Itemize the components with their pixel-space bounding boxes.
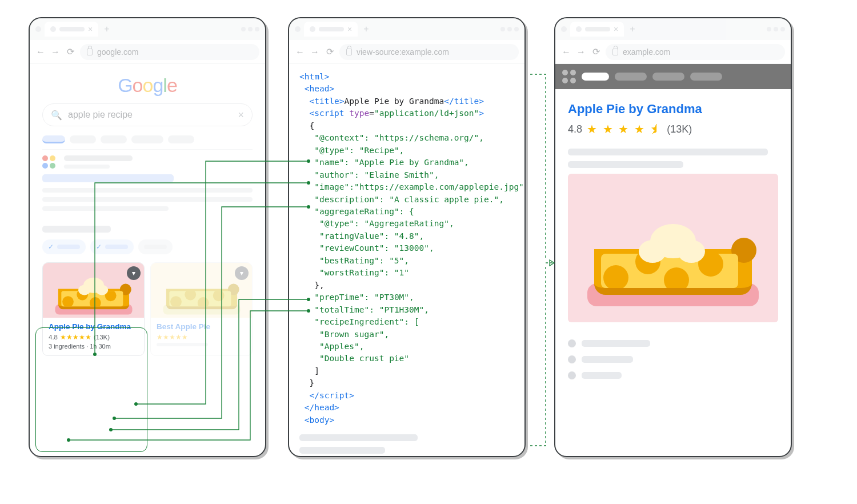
code-line-aggregate: "aggregateRating": { [314, 207, 414, 216]
code-line-image: "image":"https://example.com/applepie.jp… [314, 182, 526, 191]
tab-bar: × + [289, 18, 524, 40]
apps-icon [42, 155, 58, 171]
card-meta: 3 ingredients · 1h 30m [49, 343, 138, 350]
nav-item[interactable] [690, 73, 722, 81]
address-bar[interactable]: google.com [80, 44, 259, 60]
list-item [568, 339, 778, 347]
list-item [568, 371, 778, 379]
back-icon[interactable]: ← [35, 47, 46, 57]
back-icon[interactable]: ← [561, 47, 571, 57]
page-title: Apple Pie by Grandma [568, 102, 778, 117]
source-code: <html> <head> <title>Apple Pie by Grandm… [289, 64, 524, 426]
stars-icon: ★★★★★ [60, 333, 91, 341]
lock-icon [87, 49, 93, 55]
back-icon[interactable]: ← [295, 47, 305, 57]
forward-icon[interactable]: → [310, 47, 320, 57]
forward-icon[interactable]: → [576, 47, 586, 57]
nav-item[interactable] [615, 73, 647, 81]
address-bar[interactable]: view-source:example.com [339, 44, 519, 60]
code-line-ingredients: "recipeIngredient": [ [314, 317, 419, 326]
url-text: view-source:example.com [357, 47, 449, 57]
url-text: example.com [623, 47, 670, 57]
recipe-card[interactable]: ▾ Best Apple Pie ★★★★★ [150, 262, 253, 356]
new-tab-icon[interactable]: + [104, 24, 109, 34]
recipe-card[interactable]: ▾ Apple Pie by Grandma 4.8 ★★★★★ (13K) 3… [42, 262, 145, 356]
google-logo: Google [30, 74, 265, 97]
tab-bar: × + [555, 18, 791, 40]
search-icon: 🔍 [51, 110, 62, 121]
list-item [568, 355, 778, 363]
nav-item[interactable] [582, 73, 609, 81]
card-title: Apple Pie by Grandma [49, 322, 138, 331]
browser-tab[interactable]: × [45, 22, 98, 37]
forward-icon[interactable]: → [50, 47, 61, 57]
url-text: google.com [97, 47, 138, 57]
hero-image [568, 174, 778, 322]
card-title: Best Apple Pie [157, 322, 246, 331]
panel-search-results: × + ← → ⟳ google.com Google 🔍 apple pie … [29, 17, 266, 457]
site-logo-icon [562, 70, 576, 83]
reload-icon[interactable]: ⟳ [591, 46, 601, 57]
panel-recipe-page: × + ← → ⟳ example.com Apple Pie by Grand… [554, 17, 792, 457]
tab-close-icon[interactable]: × [88, 25, 93, 34]
reload-icon[interactable]: ⟳ [325, 46, 335, 57]
tab-bar: × + [30, 18, 265, 40]
lock-icon [612, 49, 618, 55]
nav-item[interactable] [652, 73, 684, 81]
code-line-name: "name": "Apple Pie by Grandma", [314, 158, 469, 167]
reload-icon[interactable]: ⟳ [65, 46, 75, 57]
search-query: apple pie recipe [68, 110, 232, 120]
lock-icon [346, 49, 352, 55]
card-rating: 4.8 ★★★★★ (13K) [49, 333, 138, 341]
clear-icon[interactable]: × [238, 109, 244, 121]
stars-icon: ★ ★ ★ ★ ⯨ [587, 122, 662, 136]
address-bar-row: ← → ⟳ google.com [30, 40, 265, 64]
recipe-image: ▾ [43, 263, 144, 318]
site-header [555, 64, 791, 89]
code-line-totaltime: "totalTime": "PT1H30M", [314, 305, 429, 314]
search-input[interactable]: 🔍 apple pie recipe × [42, 103, 253, 126]
address-bar[interactable]: example.com [606, 44, 785, 60]
page-rating: 4.8 ★ ★ ★ ★ ⯨ (13K) [568, 122, 778, 136]
panel-source-code: × + ← → ⟳ view-source:example.com <html>… [288, 17, 526, 457]
